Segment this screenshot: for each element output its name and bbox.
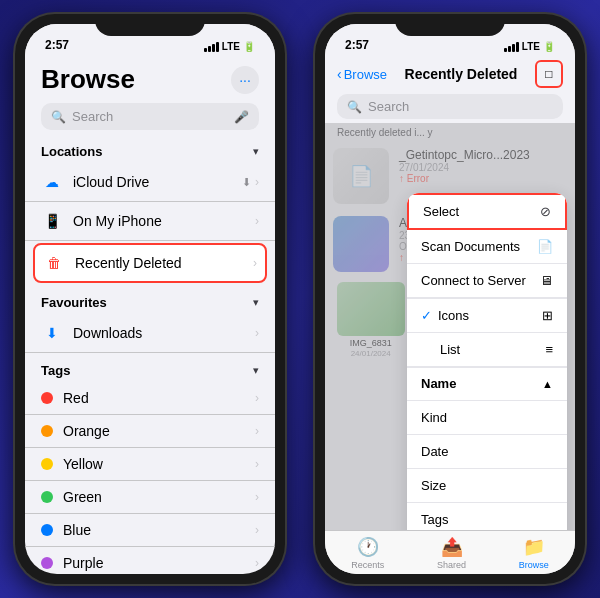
- icons-check: ✓: [421, 308, 432, 323]
- connect-icon: 🖥: [540, 273, 553, 288]
- orange-chevron: ›: [255, 424, 259, 438]
- icons-view-icon: ⊞: [542, 308, 553, 323]
- sort-name-label: Name: [421, 376, 456, 391]
- right-shared-label: Shared: [437, 560, 466, 570]
- three-dots-button[interactable]: ···: [231, 66, 259, 94]
- red-chevron: ›: [255, 391, 259, 405]
- left-network: LTE: [222, 41, 240, 52]
- back-label: Browse: [344, 67, 387, 82]
- right-main-area: Recently deleted i... y 📄 _Getintopc_Mic…: [325, 123, 575, 530]
- mic-icon: 🎤: [234, 110, 249, 124]
- purple-label: Purple: [63, 555, 255, 571]
- favourites-chevron: ▾: [253, 296, 259, 309]
- right-signal-bar-1: [504, 48, 507, 52]
- tags-chevron: ▾: [253, 364, 259, 377]
- tag-green[interactable]: Green ›: [25, 481, 275, 514]
- tag-orange[interactable]: Orange ›: [25, 415, 275, 448]
- purple-dot: [41, 557, 53, 569]
- signal-bar-4: [216, 42, 219, 52]
- list-label: List: [440, 342, 460, 357]
- dropdown-sort-name[interactable]: Name ▲: [407, 367, 567, 401]
- right-signal-bar-4: [516, 42, 519, 52]
- signal-bar-2: [208, 46, 211, 52]
- right-search-bar[interactable]: 🔍 Search: [337, 94, 563, 119]
- back-button[interactable]: ‹ Browse: [337, 66, 387, 82]
- right-screen: 2:57 LTE 🔋 ‹ Browse: [325, 24, 575, 574]
- favourites-title: Favourites: [41, 295, 107, 310]
- scan-label: Scan Documents: [421, 239, 520, 254]
- dropdown-list[interactable]: List ≡: [407, 333, 567, 367]
- recently-deleted-label: Recently Deleted: [75, 255, 253, 271]
- trash-icon: 🗑: [43, 252, 65, 274]
- sort-name-chevron: ▲: [542, 378, 553, 390]
- right-status-right: LTE 🔋: [504, 41, 555, 52]
- right-browse-icon: 📁: [523, 536, 545, 558]
- icons-label: Icons: [438, 308, 469, 323]
- signal-bar-1: [204, 48, 207, 52]
- icloud-icon: ☁: [41, 171, 63, 193]
- left-battery: 🔋: [243, 41, 255, 52]
- dropdown-sort-size[interactable]: Size: [407, 469, 567, 503]
- left-status-right: LTE 🔋: [204, 41, 255, 52]
- tab-recents-right[interactable]: 🕐 Recents: [351, 536, 384, 570]
- right-search-icon: 🔍: [347, 100, 362, 114]
- select-icon: ⊘: [540, 204, 551, 219]
- right-status-time: 2:57: [345, 38, 369, 52]
- right-phone-shell: 2:57 LTE 🔋 ‹ Browse: [315, 14, 585, 584]
- connect-label: Connect to Server: [421, 273, 526, 288]
- icloud-badge: ⬇: [242, 176, 251, 189]
- tab-shared-right[interactable]: 📤 Shared: [437, 536, 466, 570]
- tag-blue[interactable]: Blue ›: [25, 514, 275, 547]
- recently-deleted-item[interactable]: 🗑 Recently Deleted ›: [33, 243, 267, 283]
- header-action-button[interactable]: □: [535, 60, 563, 88]
- green-label: Green: [63, 489, 255, 505]
- right-notch: [395, 14, 505, 36]
- locations-chevron: ▾: [253, 145, 259, 158]
- left-notch: [95, 14, 205, 36]
- icloud-drive-item[interactable]: ☁ iCloud Drive ⬇ ›: [25, 163, 275, 202]
- blue-dot: [41, 524, 53, 536]
- right-battery: 🔋: [543, 41, 555, 52]
- three-dots-icon: ···: [239, 72, 251, 88]
- tag-red[interactable]: Red ›: [25, 382, 275, 415]
- dropdown-select[interactable]: Select ⊘: [407, 193, 567, 230]
- on-my-iphone-item[interactable]: 📱 On My iPhone ›: [25, 202, 275, 241]
- browse-title: Browse: [41, 64, 135, 95]
- red-label: Red: [63, 390, 255, 406]
- right-bottom-tabs: 🕐 Recents 📤 Shared 📁 Browse: [325, 530, 575, 574]
- downloads-label: Downloads: [73, 325, 255, 341]
- right-phone: 2:57 LTE 🔋 ‹ Browse: [300, 0, 600, 598]
- right-header-title: Recently Deleted: [405, 66, 518, 82]
- right-signal-bar-3: [512, 44, 515, 52]
- right-network: LTE: [522, 41, 540, 52]
- icloud-chevron: ›: [255, 175, 259, 189]
- right-shared-icon: 📤: [441, 536, 463, 558]
- left-status-time: 2:57: [45, 38, 69, 52]
- dropdown-sort-kind[interactable]: Kind: [407, 401, 567, 435]
- dropdown-scan-documents[interactable]: Scan Documents 📄: [407, 230, 567, 264]
- icloud-drive-label: iCloud Drive: [73, 174, 242, 190]
- left-search-bar[interactable]: 🔍 Search 🎤: [41, 103, 259, 130]
- device-icon: 📱: [41, 210, 63, 232]
- green-chevron: ›: [255, 490, 259, 504]
- dropdown-sort-date[interactable]: Date: [407, 435, 567, 469]
- tags-title: Tags: [41, 363, 70, 378]
- right-signal-bar-2: [508, 46, 511, 52]
- tag-yellow[interactable]: Yellow ›: [25, 448, 275, 481]
- downloads-item[interactable]: ⬇ Downloads ›: [25, 314, 275, 353]
- tab-browse-right[interactable]: 📁 Browse: [519, 536, 549, 570]
- right-recents-icon: 🕐: [357, 536, 379, 558]
- tag-purple[interactable]: Purple ›: [25, 547, 275, 574]
- back-chevron-icon: ‹: [337, 66, 342, 82]
- favourites-header: Favourites ▾: [25, 285, 275, 314]
- orange-label: Orange: [63, 423, 255, 439]
- right-search-placeholder: Search: [368, 99, 409, 114]
- download-icon: ⬇: [41, 322, 63, 344]
- locations-title: Locations: [41, 144, 102, 159]
- left-phone-shell: 2:57 LTE 🔋 Browse: [15, 14, 285, 584]
- dropdown-icons[interactable]: ✓ Icons ⊞: [407, 299, 567, 333]
- dropdown-connect-server[interactable]: Connect to Server 🖥: [407, 264, 567, 298]
- dropdown-sort-tags[interactable]: Tags: [407, 503, 567, 530]
- purple-chevron: ›: [255, 556, 259, 570]
- on-my-iphone-chevron: ›: [255, 214, 259, 228]
